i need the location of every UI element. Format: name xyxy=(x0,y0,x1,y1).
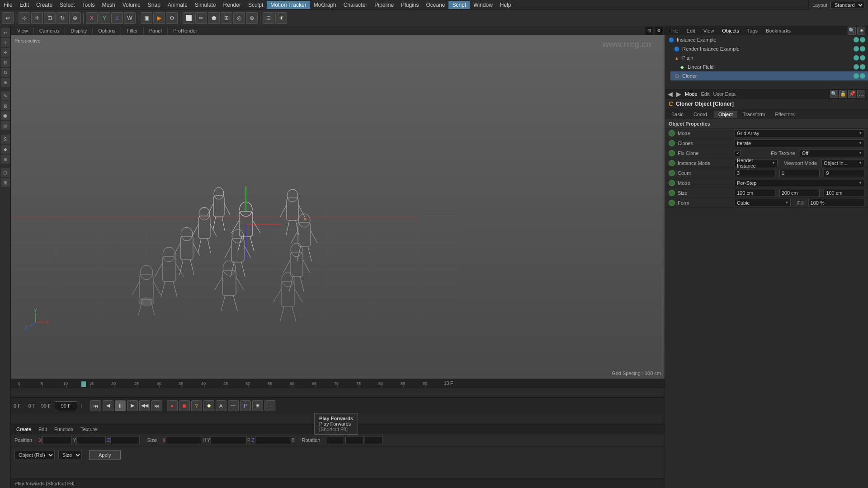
vtab-prorender[interactable]: ProRender xyxy=(169,27,202,34)
left-tool-12[interactable]: ◆ xyxy=(1,145,10,154)
play-forward-btn[interactable]: ▶ xyxy=(127,400,138,411)
left-tool-5[interactable]: ↻ xyxy=(1,68,10,77)
vis-dot-2[interactable] xyxy=(860,64,865,70)
props-userdata-btn[interactable]: User Data xyxy=(713,91,736,97)
menu-edit[interactable]: Edit xyxy=(16,1,33,9)
motion-path-btn[interactable]: 〰 xyxy=(228,400,239,411)
menu-motion-tracker[interactable]: Motion Tracker xyxy=(267,1,310,9)
props-count-y-input[interactable] xyxy=(779,169,820,177)
scale-tool-button[interactable]: ⊡ xyxy=(44,12,56,24)
props-indicator-7[interactable] xyxy=(669,190,675,196)
left-tool-14[interactable]: ⬡ xyxy=(1,168,10,177)
props-indicator-4[interactable] xyxy=(669,160,675,166)
ol-tab-tags[interactable]: Tags xyxy=(745,27,760,34)
left-tool-7[interactable]: ✎ xyxy=(1,91,10,100)
props-size-z-input[interactable] xyxy=(824,189,864,197)
menu-window[interactable]: Window xyxy=(470,1,496,9)
viewport[interactable]: www.rrcg.cn xyxy=(11,35,665,379)
menu-select[interactable]: Select xyxy=(56,1,78,9)
props-indicator-3[interactable] xyxy=(669,150,675,156)
vis-dot-2[interactable] xyxy=(860,73,865,79)
pos-y-input[interactable]: 0 cm xyxy=(76,436,106,444)
props-tab-object[interactable]: Object xyxy=(714,111,737,118)
props-value-clones[interactable]: Iterate xyxy=(735,139,864,147)
move-tool-button[interactable]: ✛ xyxy=(31,12,43,24)
props-nav-back[interactable]: ◀ xyxy=(668,90,673,98)
bt-tab-create[interactable]: Create xyxy=(14,426,34,433)
menu-snap[interactable]: Snap xyxy=(144,1,164,9)
jump-start-btn[interactable]: ⏮ xyxy=(90,400,101,411)
props-search-btn[interactable]: 🔍 xyxy=(830,90,838,98)
menu-script[interactable]: Script xyxy=(448,1,470,9)
size-y-input[interactable]: 118.277 cm xyxy=(211,436,247,444)
vis-dot-1[interactable] xyxy=(854,46,859,52)
props-value-instance-mode[interactable]: Render Instance xyxy=(735,159,778,167)
auto-key-btn[interactable]: A xyxy=(216,400,226,411)
props-indicator-6[interactable] xyxy=(669,180,675,186)
list-item[interactable]: 🔵 Instance Example xyxy=(665,35,868,44)
props-edit-btn[interactable]: Edit xyxy=(701,91,710,97)
cube-button[interactable]: ⬜ xyxy=(183,12,194,24)
menu-pipeline[interactable]: Pipeline xyxy=(371,1,397,9)
props-value-mode2[interactable]: Per-Step xyxy=(735,179,864,187)
list-item[interactable]: ◆ Linear Field xyxy=(676,62,868,71)
bt-tab-function[interactable]: Function xyxy=(52,426,76,433)
play-back-btn[interactable]: ◀◀ xyxy=(139,400,150,411)
rot-b-input[interactable]: 0° xyxy=(365,436,383,444)
bt-tab-texture[interactable]: Texture xyxy=(78,426,99,433)
material-button[interactable]: ⬟ xyxy=(208,12,220,24)
rotate-tool-button[interactable]: ↻ xyxy=(57,12,68,24)
left-tool-15[interactable]: ⊞ xyxy=(1,178,10,187)
pos-z-input[interactable]: 0 cm xyxy=(110,436,140,444)
props-value-form[interactable]: Cubic xyxy=(735,199,791,207)
vis-dot-2[interactable] xyxy=(860,46,865,52)
size-mode-select[interactable]: Size xyxy=(58,450,82,460)
props-indicator[interactable] xyxy=(669,130,675,136)
props-tab-transform[interactable]: Transform xyxy=(738,111,770,118)
props-fill-input[interactable] xyxy=(808,199,864,207)
axis-z-button[interactable]: Z xyxy=(111,12,123,24)
props-mode-btn[interactable]: Mode xyxy=(685,91,698,97)
menu-character[interactable]: Character xyxy=(340,1,371,9)
props-indicator-2[interactable] xyxy=(669,140,675,146)
props-value-viewport-mode[interactable]: Object in... xyxy=(821,159,864,167)
menu-mesh[interactable]: Mesh xyxy=(98,1,118,9)
size-x-input[interactable]: 234.071 cm xyxy=(166,436,202,444)
props-nav-fwd[interactable]: ▶ xyxy=(676,90,681,98)
coord-mode-select[interactable]: Object (Rel) xyxy=(14,450,55,460)
select-tool-button[interactable]: ⊹ xyxy=(19,12,30,24)
menu-file[interactable]: File xyxy=(0,1,16,9)
record-help-btn[interactable]: ? xyxy=(191,400,202,411)
props-indicator-5[interactable] xyxy=(669,170,675,176)
timeline-menu-btn[interactable]: ≡ xyxy=(264,400,275,411)
bt-tab-edit[interactable]: Edit xyxy=(36,426,50,433)
axis-x-button[interactable]: X xyxy=(86,12,98,24)
props-size-y-input[interactable] xyxy=(779,189,820,197)
menu-plugins[interactable]: Plugins xyxy=(397,1,422,9)
ol-tab-edit[interactable]: Edit xyxy=(684,27,698,34)
world-axis-button[interactable]: W xyxy=(124,12,136,24)
rot-h-input[interactable]: 0° xyxy=(326,436,344,444)
left-tool-13[interactable]: ⊛ xyxy=(1,155,10,164)
left-tool-2[interactable]: ⊹ xyxy=(1,38,10,47)
transform-button[interactable]: ⊕ xyxy=(69,12,81,24)
vis-dot-1[interactable] xyxy=(854,73,859,79)
props-value-fix-texture[interactable]: Off xyxy=(800,149,864,157)
list-item[interactable]: 🔵 Render Instance Example xyxy=(670,44,868,53)
vtab-cameras[interactable]: Cameras xyxy=(35,27,64,34)
props-indicator-8[interactable] xyxy=(669,200,675,206)
brush-button[interactable]: ✏ xyxy=(195,12,207,24)
viewport-settings-btn[interactable]: ⚙ xyxy=(655,27,663,35)
axis-y-button[interactable]: Y xyxy=(99,12,110,24)
menu-mograph[interactable]: MoGraph xyxy=(310,1,340,9)
pos-x-input[interactable]: 0 cm xyxy=(42,436,72,444)
render-button[interactable]: ▶ xyxy=(153,12,165,24)
props-checkbox-fix-clone[interactable]: ✓ xyxy=(735,150,741,156)
menu-tools[interactable]: Tools xyxy=(78,1,98,9)
props-section-object-properties[interactable]: Object Properties xyxy=(665,119,868,128)
props-count-z-input[interactable] xyxy=(824,169,864,177)
vis-dot-2[interactable] xyxy=(860,55,865,61)
ol-filter-btn[interactable]: ⊞ xyxy=(857,27,865,35)
vtab-view[interactable]: View xyxy=(13,27,33,34)
render-region-button[interactable]: ▣ xyxy=(141,12,152,24)
